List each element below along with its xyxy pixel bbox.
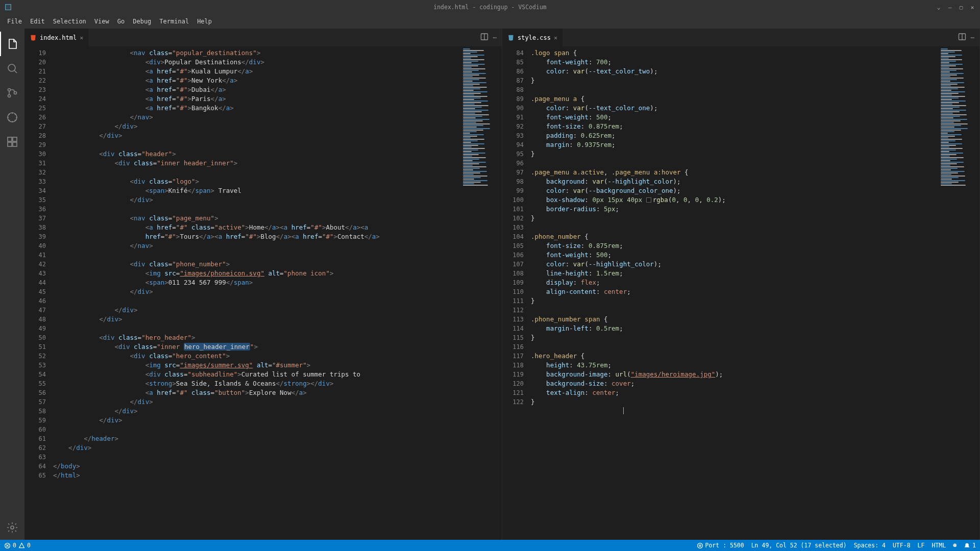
tab-index-html[interactable]: index.html bbox=[24, 29, 89, 46]
editor-group-right: style.css ⋯ 8485868788899091929394959697… bbox=[502, 29, 980, 540]
window-max-icon[interactable]: ▢ bbox=[957, 3, 966, 12]
status-cursor[interactable]: Ln 49, Col 52 (17 selected) bbox=[751, 542, 847, 549]
tab-label: index.html bbox=[40, 34, 77, 41]
menu-go[interactable]: Go bbox=[113, 16, 129, 27]
line-number-gutter-left: 1920212223242526272829303132333435363738… bbox=[24, 46, 53, 540]
editor-group-left: index.html ⋯ 192021222324252627282930313… bbox=[24, 29, 502, 540]
status-error-count: 0 bbox=[13, 542, 16, 549]
activity-explorer-icon[interactable] bbox=[0, 32, 24, 56]
window-min-icon[interactable]: – bbox=[945, 3, 954, 12]
menu-bar: File Edit Selection View Go Debug Termin… bbox=[0, 14, 980, 29]
menu-selection[interactable]: Selection bbox=[49, 16, 90, 27]
tab-close-icon[interactable] bbox=[80, 34, 83, 41]
status-bar: 0 0 Port : 5500 Ln 49, Col 52 (17 select… bbox=[0, 540, 980, 551]
status-warning-count: 0 bbox=[27, 542, 31, 549]
menu-terminal[interactable]: Terminal bbox=[155, 16, 193, 27]
split-editor-icon[interactable] bbox=[958, 33, 966, 42]
status-bell-icon[interactable]: 1 bbox=[964, 542, 976, 549]
tab-label: style.css bbox=[518, 34, 551, 41]
app-icon bbox=[4, 3, 12, 11]
tab-bar-right: style.css ⋯ bbox=[502, 29, 979, 46]
status-eol[interactable]: LF bbox=[918, 542, 925, 549]
status-language[interactable]: HTML bbox=[932, 542, 946, 549]
editor-more-icon[interactable]: ⋯ bbox=[970, 34, 974, 41]
svg-point-0 bbox=[8, 64, 15, 71]
html-file-icon bbox=[30, 34, 37, 41]
svg-point-14 bbox=[699, 544, 700, 546]
window-min-alt-icon[interactable]: ⌄ bbox=[934, 3, 943, 12]
tab-style-css[interactable]: style.css bbox=[502, 29, 563, 46]
svg-rect-7 bbox=[8, 142, 12, 146]
code-editor-left[interactable]: <nav class="popular_destinations"> <div>… bbox=[53, 46, 461, 540]
svg-rect-5 bbox=[8, 137, 12, 141]
minimap-left[interactable] bbox=[461, 46, 502, 540]
split-editor-icon[interactable] bbox=[480, 33, 488, 42]
menu-file[interactable]: File bbox=[3, 16, 26, 27]
menu-edit[interactable]: Edit bbox=[26, 16, 49, 27]
code-editor-right[interactable]: .logo span { font-weight: 700; color: va… bbox=[531, 46, 939, 540]
line-number-gutter-right: 8485868788899091929394959697989910010110… bbox=[502, 46, 531, 540]
activity-debug-icon[interactable] bbox=[0, 105, 24, 130]
status-encoding[interactable]: UTF-8 bbox=[893, 542, 911, 549]
svg-point-13 bbox=[697, 543, 702, 548]
css-file-icon bbox=[507, 34, 514, 41]
status-feedback-icon[interactable]: ☻ bbox=[953, 542, 957, 549]
svg-rect-6 bbox=[13, 137, 17, 141]
window-title: index.html - codingup - VSCodium bbox=[433, 4, 547, 11]
svg-rect-8 bbox=[13, 142, 17, 146]
tab-close-icon[interactable] bbox=[554, 34, 557, 41]
svg-point-2 bbox=[8, 95, 11, 97]
svg-point-9 bbox=[11, 526, 14, 529]
status-problems[interactable]: 0 0 bbox=[4, 542, 31, 549]
window-close-icon[interactable]: ✕ bbox=[968, 3, 977, 12]
editor-more-icon[interactable]: ⋯ bbox=[493, 34, 497, 41]
menu-view[interactable]: View bbox=[90, 16, 113, 27]
activity-settings-icon[interactable] bbox=[0, 515, 24, 540]
svg-point-1 bbox=[8, 89, 11, 91]
status-indent[interactable]: Spaces: 4 bbox=[854, 542, 886, 549]
menu-debug[interactable]: Debug bbox=[129, 16, 155, 27]
tab-bar-left: index.html ⋯ bbox=[24, 29, 502, 46]
minimap-right[interactable] bbox=[939, 46, 979, 540]
activity-extensions-icon[interactable] bbox=[0, 130, 24, 154]
menu-help[interactable]: Help bbox=[193, 16, 216, 27]
title-bar: index.html - codingup - VSCodium ⌄ – ▢ ✕ bbox=[0, 0, 980, 14]
activity-scm-icon[interactable] bbox=[0, 81, 24, 105]
status-port[interactable]: Port : 5500 bbox=[697, 542, 744, 549]
activity-bar bbox=[0, 29, 24, 540]
svg-point-3 bbox=[14, 92, 17, 94]
activity-search-icon[interactable] bbox=[0, 56, 24, 81]
